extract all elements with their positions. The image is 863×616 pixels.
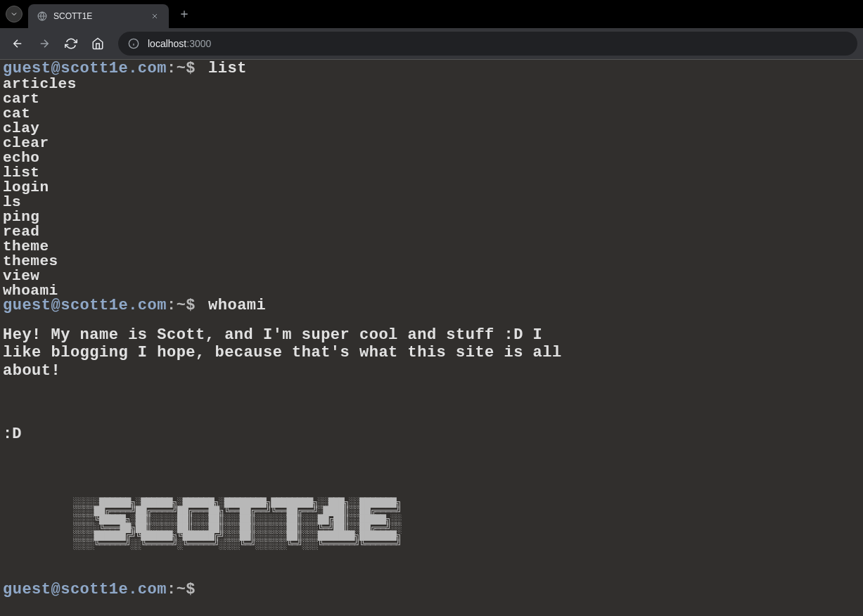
prompt-suffix: :~$ xyxy=(167,581,196,598)
tab-bar: SCOTT1E xyxy=(0,0,863,28)
list-item: theme xyxy=(3,239,860,254)
whoami-output: Hey! My name is Scott, and I'm super coo… xyxy=(3,326,580,380)
prompt-suffix: :~$ xyxy=(167,60,196,77)
globe-icon xyxy=(37,11,48,22)
terminal-content[interactable]: guest@scott1e.com:~$list articlescartcat… xyxy=(0,59,863,616)
reload-button[interactable] xyxy=(59,32,83,56)
smiley-text: :D xyxy=(3,425,860,443)
list-item: view xyxy=(3,269,860,283)
command-text: whoami xyxy=(208,297,266,314)
list-item: cat xyxy=(3,106,860,121)
prompt-suffix: :~$ xyxy=(167,297,196,314)
list-item: ping xyxy=(3,210,860,224)
list-item: cart xyxy=(3,91,860,106)
forward-button[interactable] xyxy=(32,32,56,56)
close-icon[interactable] xyxy=(149,11,160,22)
list-item: whoami xyxy=(3,283,860,298)
list-item: login xyxy=(3,180,860,195)
list-item: clay xyxy=(3,121,860,136)
list-item: ls xyxy=(3,195,860,210)
back-button[interactable] xyxy=(6,32,30,56)
terminal-input[interactable] xyxy=(200,581,481,598)
active-prompt-line: guest@scott1e.com:~$ xyxy=(3,581,860,598)
prompt-line-1: guest@scott1e.com:~$list xyxy=(3,61,860,77)
chevron-down-icon xyxy=(10,10,18,18)
list-item: list xyxy=(3,165,860,180)
home-button[interactable] xyxy=(86,32,110,56)
browser-tab[interactable]: SCOTT1E xyxy=(28,4,169,28)
prompt-user: guest@scott1e.com xyxy=(3,297,167,314)
prompt-user: guest@scott1e.com xyxy=(3,581,167,598)
list-item: echo xyxy=(3,150,860,165)
url-text: localhost:3000 xyxy=(148,38,211,49)
new-tab-button[interactable] xyxy=(174,4,194,24)
list-item: clear xyxy=(3,136,860,150)
address-bar[interactable]: localhost:3000 xyxy=(118,32,857,56)
ascii-art-banner: ░░░░░██████╗░██████╗░██████╗░████████╗██… xyxy=(73,499,860,549)
browser-chrome: SCOTT1E localhost:3000 xyxy=(0,0,863,59)
list-item: themes xyxy=(3,254,860,269)
list-output: articlescartcatclayclearecholistloginlsp… xyxy=(3,77,860,298)
prompt-user: guest@scott1e.com xyxy=(3,60,167,77)
tab-title: SCOTT1E xyxy=(53,11,149,21)
list-item: read xyxy=(3,224,860,239)
tab-search-dropdown[interactable] xyxy=(6,6,23,23)
browser-toolbar: localhost:3000 xyxy=(0,28,863,59)
info-icon[interactable] xyxy=(128,38,139,49)
prompt-line-2: guest@scott1e.com:~$whoami xyxy=(3,298,860,314)
list-item: articles xyxy=(3,77,860,91)
url-port: :3000 xyxy=(186,38,211,49)
command-text: list xyxy=(208,60,247,77)
url-host: localhost xyxy=(148,38,186,49)
